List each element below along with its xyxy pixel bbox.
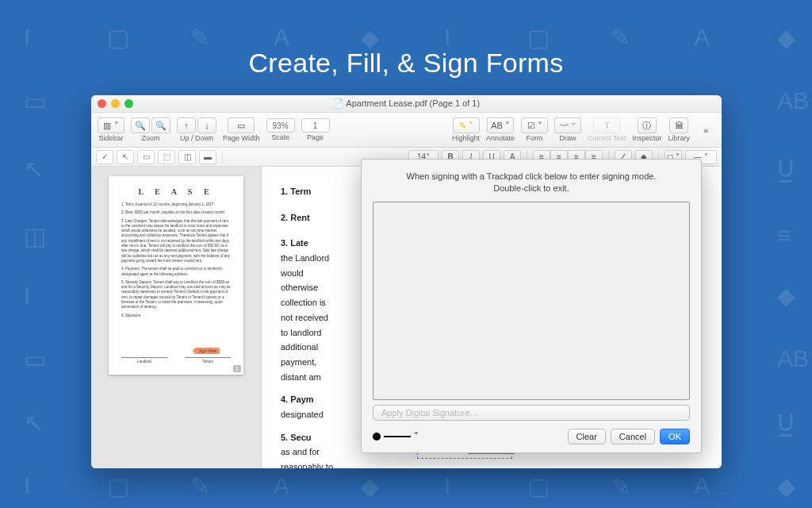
page-label: Page xyxy=(307,133,324,141)
zoom-in-button[interactable]: 🔍 xyxy=(151,117,170,133)
pen-stroke-selector[interactable]: ˅ xyxy=(373,431,419,441)
draw-button[interactable]: 〰 ˅ xyxy=(554,117,581,133)
page-down-button[interactable]: ↓ xyxy=(197,117,216,133)
dot-icon xyxy=(373,433,381,441)
inspector-button[interactable]: ⓘ xyxy=(638,117,657,133)
highlight-button[interactable]: ✎ ˅ xyxy=(453,117,480,133)
annotate-label: Annotate xyxy=(486,134,515,142)
draw-label: Draw xyxy=(560,134,576,142)
correct-text-button: T xyxy=(593,117,620,133)
form-label: Form xyxy=(527,134,543,142)
minimize-icon[interactable] xyxy=(111,99,120,108)
track-button[interactable]: ✓ xyxy=(96,150,113,164)
inspector-label: Inspector xyxy=(632,134,661,142)
page-field[interactable]: 1 xyxy=(301,118,330,133)
dialog-instructions: When signing with a Trackpad click below… xyxy=(373,171,690,195)
zoom-out-button[interactable]: 🔍 xyxy=(131,117,150,133)
thumbnails-sidebar: L E A S E 1. Term: A period of 12 months… xyxy=(91,167,262,468)
zoom-label: Zoom xyxy=(141,134,159,142)
library-label: Library xyxy=(668,134,690,142)
clear-button[interactable]: Clear xyxy=(568,429,606,444)
redact-tool[interactable]: ▬ xyxy=(199,150,216,164)
thumb-tenant-label: Tenant xyxy=(185,357,231,364)
annotate-button[interactable]: AB ˅ xyxy=(487,117,514,133)
line-icon xyxy=(384,436,411,437)
eraser-tool[interactable]: ◫ xyxy=(178,150,196,164)
thumb-page-number: 1 xyxy=(233,365,241,372)
overflow-button[interactable]: » xyxy=(696,122,715,138)
sidebar-label: Sidebar xyxy=(98,134,123,142)
page-thumbnail[interactable]: L E A S E 1. Term: A period of 12 months… xyxy=(109,176,243,375)
toolbar: ▥ ˅ Sidebar 🔍 🔍 Zoom ↑ ↓ Up / Down ▭ Pag… xyxy=(91,113,722,148)
ok-button[interactable]: OK xyxy=(660,429,690,444)
pagewidth-label: Page Width xyxy=(223,134,260,142)
scale-field[interactable]: 93% xyxy=(266,118,295,133)
chevron-down-icon: ˅ xyxy=(414,431,419,441)
form-button[interactable]: ☑ ˅ xyxy=(521,117,548,133)
cancel-button[interactable]: Cancel xyxy=(611,429,655,444)
updown-label: Up / Down xyxy=(180,134,213,142)
sidebar-button[interactable]: ▥ ˅ xyxy=(98,117,124,133)
close-icon[interactable] xyxy=(98,99,106,108)
pointer-tool[interactable]: ↖ xyxy=(117,150,134,164)
thumb-landlord-label: Landlord xyxy=(121,357,167,364)
library-button[interactable]: 🏛 xyxy=(669,117,688,133)
thumb-title: L E A S E xyxy=(121,187,231,196)
signature-canvas[interactable] xyxy=(373,202,690,400)
scale-label: Scale xyxy=(271,133,289,141)
window-title: Apartment Lease.pdf (Page 1 of 1) xyxy=(91,98,722,109)
maximize-icon[interactable] xyxy=(124,99,133,108)
apply-digital-signature-button: Apply Digital Signature… xyxy=(373,405,690,421)
highlight-label: Highlight xyxy=(452,134,480,142)
correct-label: Correct Text xyxy=(588,134,626,142)
page-up-button[interactable]: ↑ xyxy=(177,117,196,133)
signature-dialog: When signing with a Trackpad click below… xyxy=(361,159,702,453)
thumb-sign-here-tag: Sign Here xyxy=(193,348,220,354)
titlebar: Apartment Lease.pdf (Page 1 of 1) xyxy=(91,95,722,113)
lasso-tool[interactable]: ⬚ xyxy=(158,150,175,164)
rect-tool[interactable]: ▭ xyxy=(137,150,155,164)
page-width-button[interactable]: ▭ xyxy=(228,117,255,133)
hero-title: Create, Fill, & Sign Forms xyxy=(0,48,812,79)
